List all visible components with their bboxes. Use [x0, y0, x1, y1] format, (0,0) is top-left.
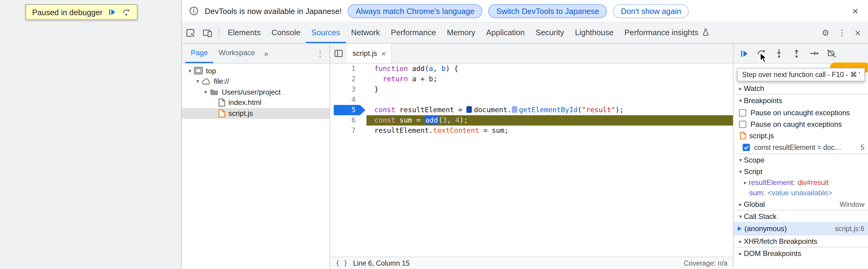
code-line-content[interactable]: resultElement.textContent = sum;	[367, 126, 733, 136]
code-token: return	[383, 75, 408, 83]
inline-breakpoint-candidate-icon[interactable]	[512, 106, 517, 113]
chevron-down-icon: ▾	[737, 213, 744, 219]
tree-item-script-js[interactable]: script.js	[182, 108, 330, 118]
scope-global-row[interactable]: ▸ Global Window	[734, 198, 868, 210]
sources-panel: Page Workspace » ⋮ ▾ top ▾ file://	[182, 44, 868, 269]
resume-button[interactable]	[740, 49, 749, 58]
tab-page[interactable]: Page	[185, 44, 213, 63]
tree-item-top[interactable]: ▾ top	[182, 65, 330, 76]
devtools-window: DevTools is now available in Japanese! A…	[182, 0, 868, 269]
tab-application[interactable]: Application	[480, 22, 530, 43]
infobar-close-icon[interactable]: ×	[850, 6, 861, 16]
line-number[interactable]: 4	[330, 95, 367, 105]
code-token: ,	[433, 64, 441, 73]
scope-section-header[interactable]: ▾ Scope	[734, 154, 868, 166]
breakpoint-group-header[interactable]: script.js	[734, 130, 868, 141]
tab-network[interactable]: Network	[346, 22, 385, 43]
step-out-button[interactable]	[792, 49, 801, 58]
step-into-button[interactable]	[774, 49, 784, 58]
call-stack-frame[interactable]: (anonymous) script.js:6	[734, 222, 868, 235]
pretty-print-icon[interactable]: { }	[336, 259, 348, 267]
switch-devtools-japanese-button[interactable]: Switch DevTools to Japanese	[489, 4, 607, 18]
chevron-down-icon[interactable]: ▾	[194, 79, 201, 85]
breakpoint-checkbox[interactable]	[743, 144, 750, 151]
scope-var-resultelement[interactable]: ▸ resultElement: div#result	[734, 177, 868, 188]
code-line-content[interactable]	[367, 95, 733, 105]
tab-elements[interactable]: Elements	[222, 22, 266, 43]
toggle-navigator-button[interactable]	[330, 44, 347, 63]
inspect-element-button[interactable]	[182, 22, 199, 43]
tree-item-project-folder[interactable]: ▾ Users/user/project	[182, 87, 330, 97]
editor-tabbar: script.js ×	[330, 44, 733, 64]
dont-show-again-button[interactable]: Don't show again	[613, 4, 689, 18]
line-number[interactable]: 1	[330, 64, 367, 74]
scope-var-value: div#result	[798, 178, 829, 187]
tree-item-label: script.js	[228, 109, 253, 118]
pause-caught-checkbox[interactable]	[739, 120, 746, 128]
code-line-6: 6const sum = add(3, 4);	[330, 115, 733, 126]
breakpoints-section-header[interactable]: ▾ Breakpoints	[734, 95, 868, 107]
paused-banner-label: Paused in debugger	[32, 7, 103, 17]
breakpoint-marker[interactable]: 5	[330, 105, 367, 115]
tab-performance[interactable]: Performance	[385, 22, 441, 43]
tree-item-file-protocol[interactable]: ▾ file://	[182, 76, 330, 87]
line-number[interactable]: 7	[330, 126, 367, 136]
tab-console[interactable]: Console	[266, 22, 306, 43]
devtools-close-icon[interactable]: ×	[855, 28, 861, 38]
tab-performance-insights[interactable]: Performance insights	[619, 22, 715, 43]
step-over-banner-button[interactable]	[122, 8, 131, 17]
breakpoint-entry-row[interactable]: const resultElement = doc… 5	[734, 141, 868, 154]
scope-script-header[interactable]: ▾ Script	[734, 166, 868, 177]
code-line-content[interactable]: const resultElement = document.getElemen…	[367, 105, 733, 115]
navigator-menu-icon[interactable]: ⋮	[311, 44, 330, 63]
settings-gear-icon[interactable]: ⚙	[822, 28, 829, 37]
tree-item-index-html[interactable]: index.html	[182, 97, 330, 108]
code-token: const	[374, 106, 395, 114]
line-number[interactable]: 3	[330, 84, 367, 95]
chevron-down-icon[interactable]: ▾	[202, 89, 209, 95]
code-token: );	[460, 116, 468, 124]
tab-workspace[interactable]: Workspace	[213, 44, 260, 63]
editor-tab-script-js[interactable]: script.js ×	[347, 44, 392, 63]
tab-sources[interactable]: Sources	[306, 22, 346, 43]
dom-breakpoints-section-header[interactable]: ▸ DOM Breakpoints	[734, 247, 868, 259]
inline-breakpoint-active-icon[interactable]	[467, 106, 472, 113]
tab-label: Memory	[447, 28, 475, 37]
code-line-content[interactable]: }	[367, 84, 733, 95]
tab-label: Application	[486, 28, 525, 37]
line-number[interactable]: 6	[330, 115, 367, 126]
toggle-device-toolbar-button[interactable]	[199, 22, 216, 43]
scope-global-value: Window	[836, 200, 864, 208]
step-button[interactable]	[809, 49, 819, 58]
chevron-down-icon[interactable]: ▾	[187, 68, 193, 74]
more-tabs-icon[interactable]: »	[260, 44, 272, 63]
call-stack-section-header[interactable]: ▾ Call Stack	[734, 210, 868, 222]
code-line-content[interactable]: function add(a, b) {	[367, 64, 733, 74]
pause-uncaught-checkbox[interactable]	[739, 109, 746, 116]
tab-lighthouse[interactable]: Lighthouse	[570, 22, 619, 43]
scope-var-sum[interactable]: sum: <value unavailable>	[734, 188, 868, 198]
tab-label: Lighthouse	[575, 28, 614, 37]
code-token: }	[374, 85, 379, 93]
code-token: sum =	[395, 116, 425, 124]
resume-script-button[interactable]	[108, 8, 117, 17]
navigator-tabbar: Page Workspace » ⋮	[182, 44, 330, 64]
code-line-content[interactable]: return a + b;	[367, 74, 733, 84]
breakpoint-group-label: script.js	[749, 131, 774, 140]
step-out-icon	[792, 49, 801, 58]
xhr-breakpoints-section-header[interactable]: ▸ XHR/fetch Breakpoints	[734, 235, 868, 247]
always-match-language-button[interactable]: Always match Chrome's language	[348, 4, 482, 18]
more-options-icon[interactable]: ⋮	[838, 28, 846, 37]
deactivate-breakpoints-button[interactable]	[827, 49, 837, 58]
code-line-content[interactable]: const sum = add(3, 4);	[367, 115, 733, 126]
navigator-pane: Page Workspace » ⋮ ▾ top ▾ file://	[182, 44, 330, 269]
tab-security[interactable]: Security	[530, 22, 570, 43]
watch-section-header[interactable]: ▸ Watch	[734, 82, 868, 95]
tab-memory[interactable]: Memory	[441, 22, 480, 43]
infobar-message: DevTools is now available in Japanese!	[205, 6, 342, 16]
code-token: textContent	[433, 126, 479, 135]
tab-close-icon[interactable]: ×	[381, 49, 386, 58]
infobar: DevTools is now available in Japanese! A…	[182, 0, 868, 22]
frame-location[interactable]: script.js:6	[831, 225, 864, 232]
line-number[interactable]: 2	[330, 74, 367, 84]
